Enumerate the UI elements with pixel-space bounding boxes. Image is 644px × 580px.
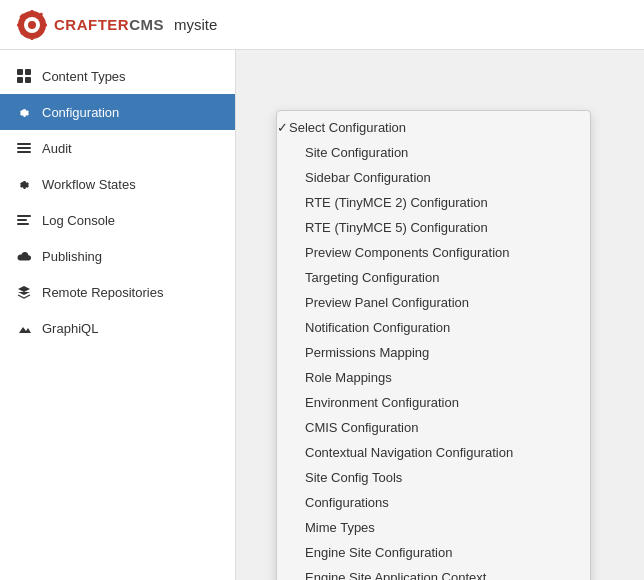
sidebar-item-label: Log Console xyxy=(42,213,115,228)
svg-rect-16 xyxy=(17,147,31,149)
list-icon xyxy=(16,140,32,156)
logo-cms-text: CMS xyxy=(129,16,164,33)
dropdown-item[interactable]: Sidebar Configuration xyxy=(277,165,590,190)
svg-rect-3 xyxy=(31,10,34,15)
sidebar-item-label: Audit xyxy=(42,141,72,156)
gear-icon xyxy=(16,104,32,120)
top-bar: CRAFTERCMS mysite xyxy=(0,0,644,50)
svg-rect-14 xyxy=(25,77,31,83)
sidebar-item-content-types[interactable]: Content Types xyxy=(0,58,235,94)
dropdown-item[interactable]: Preview Components Configuration xyxy=(277,240,590,265)
terminal-icon xyxy=(16,212,32,228)
svg-rect-4 xyxy=(31,35,34,40)
svg-rect-6 xyxy=(42,23,47,26)
crafter-logo-icon xyxy=(16,9,48,41)
sidebar-item-label: Content Types xyxy=(42,69,126,84)
dropdown-item[interactable]: Engine Site Application Context xyxy=(277,565,590,580)
sidebar-item-publishing[interactable]: Publishing xyxy=(0,238,235,274)
dropdown-item[interactable]: Site Config Tools xyxy=(277,465,590,490)
gear-small-icon xyxy=(16,176,32,192)
dropdown-item[interactable]: Environment Configuration xyxy=(277,390,590,415)
dropdown-item[interactable]: Permissions Mapping xyxy=(277,340,590,365)
svg-rect-19 xyxy=(17,219,27,221)
dropdown-item[interactable]: RTE (TinyMCE 5) Configuration xyxy=(277,215,590,240)
svg-rect-20 xyxy=(17,223,29,225)
svg-rect-11 xyxy=(17,69,23,75)
svg-rect-5 xyxy=(17,23,22,26)
dropdown-item[interactable]: RTE (TinyMCE 2) Configuration xyxy=(277,190,590,215)
sidebar-item-audit[interactable]: Audit xyxy=(0,130,235,166)
content-area: Select ConfigurationSite ConfigurationSi… xyxy=(236,50,644,580)
dropdown-item[interactable]: Site Configuration xyxy=(277,140,590,165)
sidebar-item-configuration[interactable]: Configuration xyxy=(0,94,235,130)
dropdown-item[interactable]: CMIS Configuration xyxy=(277,415,590,440)
chart-icon xyxy=(16,320,32,336)
svg-rect-13 xyxy=(17,77,23,83)
grid-icon xyxy=(16,68,32,84)
sidebar-item-label: GraphiQL xyxy=(42,321,98,336)
dropdown-item[interactable]: Contextual Navigation Configuration xyxy=(277,440,590,465)
dropdown-item[interactable]: Preview Panel Configuration xyxy=(277,290,590,315)
layers-icon xyxy=(16,284,32,300)
svg-rect-15 xyxy=(17,143,31,145)
sidebar-item-graphiql[interactable]: GraphiQL xyxy=(0,310,235,346)
sidebar: Content Types Configuration Audit xyxy=(0,50,236,580)
dropdown-item[interactable]: Configurations xyxy=(277,490,590,515)
sidebar-item-label: Configuration xyxy=(42,105,119,120)
sidebar-item-log-console[interactable]: Log Console xyxy=(0,202,235,238)
svg-rect-18 xyxy=(17,215,31,217)
dropdown-item[interactable]: Role Mappings xyxy=(277,365,590,390)
configuration-dropdown: Select ConfigurationSite ConfigurationSi… xyxy=(276,110,591,580)
site-name: mysite xyxy=(174,16,217,33)
sidebar-item-label: Remote Repositories xyxy=(42,285,163,300)
dropdown-item[interactable]: Notification Configuration xyxy=(277,315,590,340)
sidebar-item-label: Publishing xyxy=(42,249,102,264)
sidebar-item-remote-repositories[interactable]: Remote Repositories xyxy=(0,274,235,310)
logo-text: CRAFTERCMS xyxy=(54,16,164,33)
dropdown-item[interactable]: Mime Types xyxy=(277,515,590,540)
dropdown-item[interactable]: Select Configuration xyxy=(277,115,590,140)
svg-point-2 xyxy=(28,21,36,29)
dropdown-item[interactable]: Targeting Configuration xyxy=(277,265,590,290)
sidebar-item-label: Workflow States xyxy=(42,177,136,192)
logo: CRAFTERCMS xyxy=(16,9,164,41)
svg-rect-17 xyxy=(17,151,31,153)
main-layout: Content Types Configuration Audit xyxy=(0,50,644,580)
sidebar-item-workflow-states[interactable]: Workflow States xyxy=(0,166,235,202)
svg-rect-12 xyxy=(25,69,31,75)
dropdown-item[interactable]: Engine Site Configuration xyxy=(277,540,590,565)
cloud-icon xyxy=(16,248,32,264)
